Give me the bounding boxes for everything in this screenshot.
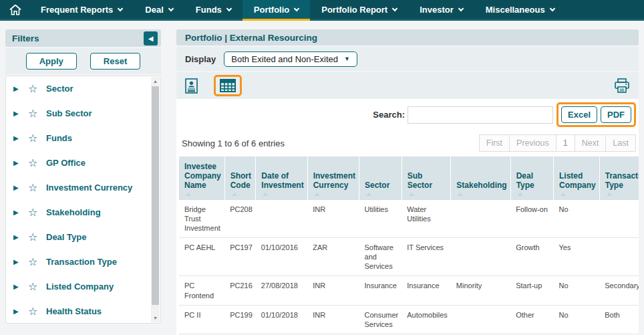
- sort-icon: [607, 193, 612, 196]
- favorite-icon[interactable]: ☆: [28, 206, 46, 219]
- apply-button[interactable]: Apply: [26, 53, 77, 70]
- column-header-investee-company-name[interactable]: Investee Company Name: [179, 156, 224, 200]
- nav-item-investor[interactable]: Investor: [408, 0, 474, 21]
- expand-icon[interactable]: ▶: [13, 283, 28, 290]
- table-cell: PC AEHL: [179, 238, 224, 276]
- pagination-previous[interactable]: Previous: [509, 134, 556, 152]
- nav-item-portfolio-report[interactable]: Portfolio Report: [310, 0, 408, 21]
- column-header-investment-currency[interactable]: Investment Currency: [307, 156, 359, 200]
- expand-icon[interactable]: ▶: [13, 258, 28, 265]
- nav-item-miscellaneous[interactable]: Miscellaneous: [474, 0, 566, 21]
- table-cell: PC208: [224, 200, 256, 238]
- nav-item-frequent-reports[interactable]: Frequent Reports: [29, 0, 134, 21]
- sidebar-item-sector[interactable]: ▶☆Sector: [6, 76, 150, 101]
- favorite-icon[interactable]: ☆: [28, 132, 46, 144]
- table-cell: [599, 238, 639, 276]
- table-row[interactable]: PC FrontendPC21627/08/2018INRInsuranceIn…: [179, 276, 639, 305]
- filter-list: ▶☆Sector▶☆Sub Sector▶☆Funds▶☆GP Office▶☆…: [5, 76, 161, 324]
- table-cell: Insurance: [401, 276, 451, 305]
- column-header-listed-company[interactable]: Listed Company: [554, 156, 600, 200]
- sidebar-collapse-button[interactable]: ◀: [144, 31, 158, 45]
- column-header-label: Date of Investment: [261, 171, 303, 190]
- scrollbar-thumb[interactable]: [152, 86, 159, 305]
- table-row[interactable]: PC AEHLPC19701/10/2016ZARSoftware and Se…: [179, 238, 639, 276]
- excel-export-button[interactable]: Excel: [561, 106, 597, 123]
- breadcrumb: Portfolio | External Resourcing: [176, 29, 639, 45]
- expand-icon[interactable]: ▶: [13, 134, 28, 142]
- table-view-button[interactable]: [220, 79, 236, 92]
- display-row: Display Both Exited and Non-Exited ▼: [176, 47, 639, 71]
- filters-header: Filters ◀: [5, 29, 161, 47]
- nav-item-funds[interactable]: Funds: [184, 0, 243, 21]
- sort-icon: [560, 193, 566, 196]
- sidebar-item-deal-type[interactable]: ▶☆Deal Type: [6, 225, 150, 249]
- sidebar-item-health-status[interactable]: ▶☆Health Status: [6, 299, 150, 324]
- filter-item-label: Stakeholding: [46, 207, 101, 217]
- reset-button[interactable]: Reset: [90, 53, 140, 70]
- collapse-icon: ◀: [148, 35, 154, 42]
- sort-icon: [315, 193, 320, 196]
- pagination-next[interactable]: Next: [575, 134, 607, 152]
- column-header-sector[interactable]: Sector: [359, 156, 402, 200]
- sidebar-item-funds[interactable]: ▶☆Funds: [6, 126, 150, 150]
- table-cell: [451, 305, 510, 334]
- pdf-export-button[interactable]: PDF: [601, 106, 631, 123]
- sidebar-item-sub-sector[interactable]: ▶☆Sub Sector: [6, 101, 150, 126]
- scroll-down-icon[interactable]: ▼: [151, 314, 160, 322]
- column-header-stakeholding[interactable]: Stakeholding: [451, 156, 510, 200]
- expand-icon[interactable]: ▶: [13, 159, 28, 166]
- search-input[interactable]: [408, 106, 553, 124]
- expand-icon[interactable]: ▶: [13, 209, 28, 216]
- table-row[interactable]: Bridge Trust InvestmentPC208INRUtilities…: [179, 200, 639, 238]
- print-icon: [614, 78, 630, 93]
- table-cell: 01/10/2016: [256, 238, 307, 276]
- favorite-icon[interactable]: ☆: [28, 280, 46, 293]
- favorite-icon[interactable]: ☆: [28, 181, 46, 194]
- column-header-date-of-investment[interactable]: Date of Investment: [256, 156, 307, 200]
- expand-icon[interactable]: ▶: [13, 85, 28, 92]
- favorite-icon[interactable]: ☆: [28, 255, 46, 268]
- pagination-first[interactable]: First: [479, 134, 510, 152]
- view-toolbar: [176, 72, 639, 99]
- display-dropdown[interactable]: Both Exited and Non-Exited ▼: [224, 51, 357, 67]
- sidebar-item-transaction-type[interactable]: ▶☆Transaction Type: [6, 249, 150, 274]
- favorite-icon[interactable]: ☆: [28, 107, 46, 120]
- column-header-deal-type[interactable]: Deal Type: [510, 156, 553, 200]
- nav-item-portfolio[interactable]: Portfolio: [243, 0, 310, 21]
- pagination-1[interactable]: 1: [556, 134, 575, 152]
- sidebar-item-listed-company[interactable]: ▶☆Listed Company: [6, 274, 150, 299]
- table-cell: Utilities: [359, 200, 402, 238]
- favorite-icon[interactable]: ☆: [28, 231, 46, 243]
- nav-item-label: Portfolio Report: [321, 5, 387, 15]
- filter-item-label: Listed Company: [46, 282, 114, 292]
- filter-list-scrollbar[interactable]: ▲ ▼: [151, 77, 160, 322]
- expand-icon[interactable]: ▶: [13, 308, 28, 315]
- favorite-icon[interactable]: ☆: [28, 156, 46, 169]
- sidebar-item-stakeholding[interactable]: ▶☆Stakeholding: [6, 200, 150, 225]
- expand-icon[interactable]: ▶: [13, 184, 28, 191]
- filter-item-label: Funds: [46, 133, 72, 143]
- print-button[interactable]: [614, 78, 630, 93]
- profile-view-button[interactable]: [185, 78, 198, 94]
- column-header-transaction-type[interactable]: Transaction Type: [599, 156, 639, 200]
- portfolio-table: Investee Company NameShort CodeDate of I…: [179, 156, 639, 335]
- sidebar-item-gp-office[interactable]: ▶☆GP Office: [6, 150, 150, 175]
- sort-icon: [366, 193, 371, 196]
- nav-item-label: Frequent Reports: [41, 5, 113, 15]
- column-header-sub-sector[interactable]: Sub Sector: [401, 156, 451, 200]
- table-row[interactable]: PC IIPC19901/10/2018INRConsumer Services…: [179, 305, 639, 334]
- column-header-short-code[interactable]: Short Code: [224, 156, 256, 200]
- favorite-icon[interactable]: ☆: [28, 82, 46, 95]
- home-button[interactable]: [0, 0, 29, 21]
- sidebar-item-investment-currency[interactable]: ▶☆Investment Currency: [6, 175, 150, 200]
- nav-item-label: Deal: [145, 5, 163, 15]
- table-cell: Automobiles: [401, 305, 451, 334]
- expand-icon[interactable]: ▶: [13, 233, 28, 241]
- nav-item-deal[interactable]: Deal: [134, 0, 184, 21]
- table-cell: Minority: [451, 276, 510, 305]
- scroll-up-icon[interactable]: ▲: [151, 77, 160, 86]
- pagination-last[interactable]: Last: [605, 134, 636, 152]
- favorite-icon[interactable]: ☆: [28, 305, 46, 318]
- expand-icon[interactable]: ▶: [13, 110, 28, 117]
- main-nav: Frequent ReportsDealFundsPortfolioPortfo…: [0, 0, 644, 21]
